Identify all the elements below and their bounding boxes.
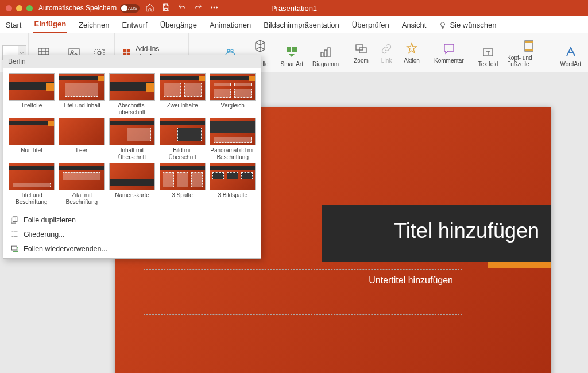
- svg-rect-18: [328, 48, 330, 57]
- chart-button[interactable]: Diagramm: [310, 44, 341, 68]
- header-footer-button[interactable]: Kopf- und Fußzeile: [505, 37, 553, 68]
- layout-namenskarte[interactable]: Namenskarte: [109, 163, 156, 205]
- undo-icon[interactable]: [177, 3, 187, 14]
- more-icon[interactable]: [210, 3, 219, 14]
- svg-rect-26: [11, 218, 16, 223]
- svg-rect-24: [525, 49, 533, 51]
- layout-thumb: [9, 163, 55, 190]
- layout-thumb: [160, 73, 206, 101]
- layout-thumb: [109, 163, 155, 190]
- layout-leer[interactable]: Leer: [59, 118, 106, 160]
- link-button[interactable]: Link: [376, 40, 397, 65]
- redo-icon[interactable]: [194, 3, 203, 14]
- maximize-window[interactable]: [26, 5, 33, 11]
- layout-thumb: [109, 73, 155, 101]
- layout-thumb: [9, 118, 55, 145]
- subtitle-placeholder[interactable]: Untertitel hinzufügen: [144, 269, 462, 315]
- tell-me[interactable]: Sie wünschen: [438, 17, 497, 33]
- wordart-button[interactable]: WordArt: [558, 44, 584, 68]
- svg-rect-25: [13, 217, 17, 222]
- action-button[interactable]: Aktion: [401, 40, 422, 65]
- layout-titel-inhalt[interactable]: Titel und Inhalt: [59, 73, 106, 116]
- new-slide-flyout: Berlin Titelfolie Titel und Inhalt Absch…: [3, 55, 261, 259]
- layout-titel-beschriftung[interactable]: Titel und Beschriftung: [8, 163, 55, 205]
- outline-slides[interactable]: Gliederung...: [3, 227, 261, 241]
- layout-zwei-inhalte[interactable]: Zwei Inhalte: [159, 73, 206, 116]
- tab-start[interactable]: Start: [5, 17, 22, 33]
- svg-rect-23: [525, 41, 533, 43]
- autosave-label: Automatisches Speichern: [38, 4, 117, 12]
- action-icon: [404, 41, 420, 56]
- smartart-button[interactable]: SmartArt: [278, 44, 305, 68]
- svg-point-0: [211, 7, 212, 8]
- window-controls: [6, 5, 33, 11]
- links-group: Zoom Link Aktion: [346, 33, 427, 72]
- layout-vergleich[interactable]: Vergleich: [209, 73, 256, 116]
- zoom-icon: [353, 41, 369, 56]
- save-icon[interactable]: [161, 3, 171, 14]
- cube-icon: [252, 39, 268, 53]
- layout-panorama[interactable]: Panoramabild mit Beschriftung: [209, 118, 256, 160]
- layout-thumb: [9, 73, 55, 101]
- autosave-switch[interactable]: AUS: [120, 4, 140, 13]
- layout-3spalte[interactable]: 3 Spalte: [159, 163, 206, 205]
- svg-rect-16: [321, 52, 323, 57]
- reuse-icon: [10, 244, 19, 253]
- tab-ansicht[interactable]: Ansicht: [401, 17, 428, 33]
- comment-button[interactable]: Kommentar: [432, 40, 466, 65]
- tab-einfuegen[interactable]: Einfügen: [33, 16, 67, 33]
- layout-grid: Titelfolie Titel und Inhalt Abschnitts-ü…: [3, 68, 261, 210]
- tab-entwurf[interactable]: Entwurf: [121, 17, 149, 33]
- svg-rect-17: [324, 50, 327, 57]
- textbox-icon: [480, 45, 496, 60]
- tab-ueberpruefen[interactable]: Überprüfen: [351, 17, 390, 33]
- layout-inhalt-ueberschrift[interactable]: Inhalt mit Überschrift: [109, 118, 156, 160]
- svg-rect-8: [123, 49, 126, 52]
- reuse-slides[interactable]: Folien wiederverwenden...: [3, 241, 261, 256]
- svg-point-2: [216, 7, 218, 8]
- zoom-button[interactable]: Zoom: [351, 40, 372, 65]
- autosave-toggle[interactable]: Automatisches Speichern AUS: [38, 4, 140, 13]
- home-icon[interactable]: [145, 3, 154, 14]
- layout-bild-ueberschrift[interactable]: Bild mit Überschrift: [159, 118, 206, 160]
- svg-point-5: [71, 51, 74, 53]
- close-window[interactable]: [6, 5, 12, 11]
- layout-thumb: [160, 163, 206, 190]
- layout-thumb: [210, 118, 256, 145]
- comment-icon: [441, 41, 457, 56]
- ribbon-tabs: Start Einfügen Zeichnen Entwurf Übergäng…: [0, 16, 588, 33]
- header-footer-icon: [521, 39, 537, 53]
- quick-access-toolbar: [145, 3, 219, 14]
- outline-icon: [10, 230, 19, 239]
- layout-thumb: [210, 163, 256, 190]
- subtitle-text: Untertitel hinzufügen: [369, 275, 453, 285]
- layout-titelfolie[interactable]: Titelfolie: [8, 73, 55, 116]
- lightbulb-icon: [439, 21, 447, 29]
- tab-bildschirm[interactable]: Bildschirmpräsentation: [262, 17, 341, 33]
- svg-rect-14: [287, 47, 291, 52]
- flyout-theme-name: Berlin: [3, 55, 261, 68]
- layout-thumb: [160, 118, 206, 145]
- svg-rect-9: [127, 49, 130, 52]
- layout-3bildspalte[interactable]: 3 Bildspalte: [209, 163, 256, 205]
- chart-icon: [318, 45, 334, 60]
- tab-animationen[interactable]: Animationen: [208, 17, 252, 33]
- duplicate-slide[interactable]: Folie duplizieren: [3, 213, 261, 227]
- layout-thumb: [59, 163, 105, 190]
- svg-point-7: [98, 51, 101, 55]
- minimize-window[interactable]: [16, 5, 22, 11]
- title-text: Titel hinzufügen: [322, 205, 551, 257]
- textbox-button[interactable]: Textfeld: [476, 44, 500, 68]
- text-group: Textfeld Kopf- und Fußzeile WordArt: [471, 33, 588, 72]
- svg-point-1: [214, 7, 215, 8]
- tab-zeichnen[interactable]: Zeichnen: [78, 17, 110, 33]
- title-placeholder[interactable]: Titel hinzufügen: [322, 205, 551, 262]
- smartart-icon: [284, 45, 300, 60]
- layout-nur-titel[interactable]: Nur Titel: [8, 118, 55, 160]
- tab-uebergaenge[interactable]: Übergänge: [159, 17, 198, 33]
- titlebar: Automatisches Speichern AUS Präsentation…: [0, 0, 588, 16]
- flyout-menu: Folie duplizieren Gliederung... Folien w…: [3, 210, 261, 258]
- layout-thumb: [210, 73, 256, 101]
- layout-abschnitt[interactable]: Abschnitts-überschrift: [109, 73, 156, 116]
- layout-zitat[interactable]: Zitat mit Beschriftung: [59, 163, 106, 205]
